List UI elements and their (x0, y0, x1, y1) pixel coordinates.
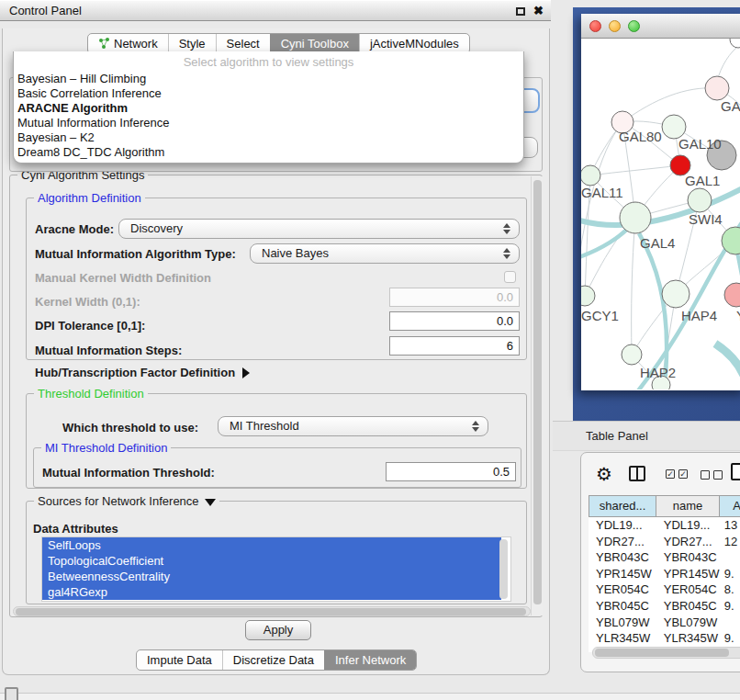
column-header-shared-name[interactable]: shared... (589, 496, 656, 516)
algorithm-option[interactable]: Bayesian – K2 (14, 130, 523, 145)
algorithm-option[interactable]: Basic Correlation Inference (14, 86, 523, 101)
tab-network[interactable]: Network (88, 34, 168, 53)
minimize-traffic-light-icon[interactable] (609, 20, 621, 32)
manual-kernel-checkbox[interactable] (504, 271, 516, 283)
settings-scrollbar[interactable] (531, 176, 543, 615)
cell[interactable]: 9. (721, 630, 740, 647)
aracne-mode-value: Discovery (130, 221, 183, 235)
cell[interactable]: YBR045C (589, 598, 656, 615)
cell[interactable]: YER054C (589, 581, 656, 598)
mi-type-combobox[interactable]: Naive Bayes (250, 243, 520, 264)
attribute-item[interactable]: BetweennessCentrality (42, 569, 501, 584)
deselect-all-checks-icon[interactable] (701, 470, 723, 480)
kernel-width-field[interactable] (389, 288, 520, 307)
table-panel-header: Table Panel (553, 421, 740, 451)
tab-impute-data[interactable]: Impute Data (137, 650, 222, 670)
sources-legend[interactable]: Sources for Network Inference (34, 494, 219, 508)
settings-hscrollbar-thumb[interactable] (16, 608, 526, 615)
document-icon[interactable] (731, 463, 740, 480)
close-icon[interactable]: ✖ (533, 5, 544, 17)
table-row[interactable]: YBR045C YBR045C 9. (589, 598, 740, 615)
cell[interactable]: YPR145W (589, 566, 656, 582)
table-hscrollbar-thumb[interactable] (595, 649, 729, 657)
algorithm-option[interactable]: Mutual Information Inference (14, 116, 523, 130)
aracne-mode-combobox[interactable]: Discovery (118, 219, 520, 239)
cell[interactable]: YDR27... (656, 534, 721, 550)
attribute-item[interactable]: gal4RGexp (42, 584, 501, 600)
close-traffic-light-icon[interactable] (589, 20, 601, 32)
cell[interactable]: 8. (721, 581, 740, 598)
node-gcy1 (581, 286, 595, 306)
tab-discretize-data[interactable]: Discretize Data (222, 650, 324, 670)
network-canvas[interactable]: GAL GAL80 GAL10 GAL1 GAL11 GAL4 SWI4 GCY… (581, 39, 740, 390)
control-panel-titlebar: Control Panel ✖ (0, 0, 551, 21)
hub-section-toggle[interactable]: Hub/Transcription Factor Definition (35, 366, 250, 379)
cell[interactable]: YBL079W (589, 615, 656, 631)
network-window-titlebar[interactable] (581, 14, 740, 39)
cyni-bottom-tabbar: Impute Data Discretize Data Infer Networ… (136, 649, 417, 671)
select-all-checks-icon[interactable]: ✓✓ (666, 469, 688, 479)
cell[interactable]: YDR27... (589, 534, 656, 550)
tab-cyni-toolbox[interactable]: Cyni Toolbox (270, 34, 359, 53)
attribute-listbox[interactable]: SelfLoops TopologicalCoefficient Between… (41, 536, 511, 602)
cell[interactable] (721, 615, 740, 631)
node-hap2 (622, 344, 642, 365)
tab-style[interactable]: Style (168, 34, 216, 53)
cell[interactable]: YDL19... (589, 517, 656, 534)
algorithm-option-selected[interactable]: ARACNE Algorithm (14, 101, 523, 116)
cell[interactable]: YPR145W (656, 566, 721, 582)
algorithm-dropdown-popup: Select algorithm to view settings Bayesi… (13, 51, 524, 164)
column-header-name[interactable]: name (656, 496, 720, 516)
tab-select[interactable]: Select (216, 34, 270, 53)
cell[interactable]: YER054C (656, 581, 721, 598)
table-row[interactable]: YBR043C YBR043C (589, 549, 740, 566)
cell[interactable]: 9. (721, 566, 740, 582)
node-label: SWI4 (689, 211, 723, 227)
table-row[interactable]: YLR345W YLR345W 9. (589, 630, 740, 647)
cell[interactable]: 9. (721, 598, 740, 615)
dpi-tolerance-field[interactable] (389, 311, 520, 331)
cell[interactable]: 13 (721, 517, 740, 534)
column-header-clipped[interactable]: A (720, 496, 740, 516)
tab-jactivemnodules[interactable]: jActiveMNodules (359, 34, 469, 53)
table-row[interactable]: YER054C YER054C 8. (589, 581, 740, 598)
cell[interactable]: YBL079W (656, 615, 721, 631)
node-label: GAL80 (619, 129, 662, 144)
dock-square-icon[interactable] (5, 687, 18, 700)
gear-icon[interactable]: ⚙ (596, 463, 612, 485)
attribute-list-scrollbar[interactable] (499, 539, 508, 599)
node-hap4 (662, 280, 690, 308)
table-hscrollbar[interactable] (592, 647, 740, 659)
cell[interactable]: YBR043C (656, 549, 721, 566)
cell[interactable]: YLR345W (656, 630, 721, 647)
float-window-icon[interactable] (516, 7, 525, 16)
apply-button[interactable]: Apply (245, 620, 311, 640)
tab-impute-data-label: Impute Data (147, 650, 212, 670)
tab-infer-network[interactable]: Infer Network (324, 650, 416, 670)
cell[interactable]: YBR045C (656, 598, 721, 615)
cell[interactable]: YBR043C (589, 549, 656, 566)
cell[interactable]: 12 (721, 534, 740, 550)
split-columns-icon[interactable] (629, 466, 645, 481)
cell[interactable] (721, 549, 740, 566)
mi-steps-field[interactable] (389, 336, 520, 356)
node-gal4 (620, 202, 651, 233)
which-threshold-combobox[interactable]: MI Threshold (218, 416, 488, 436)
table-row[interactable]: YDL19... YDL19... 13 (589, 517, 740, 534)
algorithm-option[interactable]: Bayesian – Hill Climbing (14, 72, 523, 86)
node-gal11 (581, 165, 600, 186)
cell[interactable]: YDL19... (656, 517, 721, 534)
cell[interactable]: YLR345W (589, 630, 656, 647)
network-node-labels: GAL GAL80 GAL10 GAL1 GAL11 GAL4 SWI4 GCY… (581, 98, 740, 380)
screen: Control Panel ✖ Network Style Select Cyn… (0, 0, 740, 700)
settings-hscrollbar[interactable] (13, 606, 531, 616)
mi-threshold-field[interactable] (386, 462, 516, 481)
table-row[interactable]: YDR27... YDR27... 12 (589, 534, 740, 550)
attribute-item[interactable]: SelfLoops (42, 537, 501, 553)
table-row[interactable]: YBL079W YBL079W (589, 615, 740, 631)
algorithm-option[interactable]: Dream8 DC_TDC Algorithm (14, 145, 523, 160)
settings-scrollbar-thumb[interactable] (533, 180, 542, 604)
attribute-item[interactable]: TopologicalCoefficient (42, 553, 501, 569)
zoom-traffic-light-icon[interactable] (628, 20, 640, 32)
table-row[interactable]: YPR145W YPR145W 9. (589, 566, 740, 582)
